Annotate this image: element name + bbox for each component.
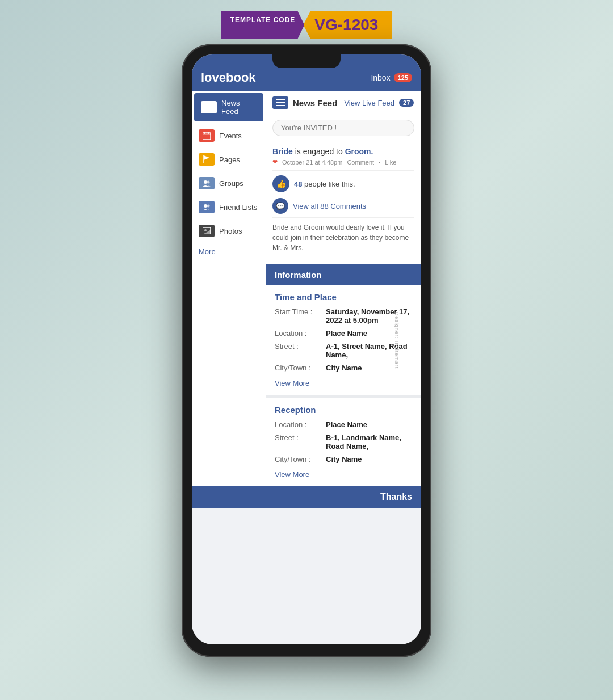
svg-rect-1 <box>204 107 213 108</box>
post-description: Bride and Groom would dearly love it. If… <box>272 217 414 255</box>
reception-location-value: Place Name <box>326 420 412 429</box>
template-code-value: VG-1203 <box>303 11 392 39</box>
template-code-label: TEMPLATE CODE <box>221 11 305 39</box>
reception-street-row: Street : B-1, Landmark Name, Road Name, <box>275 433 412 450</box>
invite-box <box>266 115 421 141</box>
feed-header-icon <box>272 96 288 109</box>
phone-frame: lovebook Inbox 125 News Feed <box>182 44 431 657</box>
city-row: City/Town : City Name <box>275 364 412 372</box>
inbox-area: Inbox 125 <box>371 73 412 82</box>
post-groom: Groom. <box>345 147 373 156</box>
live-count-badge: 27 <box>399 99 414 107</box>
post-comment-action[interactable]: Comment <box>347 159 374 166</box>
events-icon <box>199 129 215 142</box>
post-meta: ❤ October 21 at 4.48pm Comment · Like <box>272 158 414 166</box>
info-header: Information <box>266 264 421 285</box>
start-time-label: Start Time : <box>275 307 326 316</box>
pages-icon <box>199 153 215 166</box>
sidebar: News Feed Events Pages <box>192 91 266 486</box>
feed-header: News Feed View Live Feed 27 <box>266 91 421 115</box>
invite-input[interactable] <box>272 120 414 136</box>
sidebar-item-pages[interactable]: Pages <box>192 147 266 171</box>
svg-rect-0 <box>204 104 213 105</box>
start-time-row: Start Time : Saturday, November 17, 2022… <box>275 307 412 324</box>
app-name: lovebook <box>201 70 256 85</box>
view-all-comments-link[interactable]: View all 88 Comments <box>293 202 366 210</box>
svg-rect-2 <box>204 109 213 111</box>
svg-rect-16 <box>276 99 285 100</box>
post-engaged-text: is engaged to <box>295 147 343 156</box>
location-row: Location : Place Name <box>275 329 412 338</box>
likes-text: people like this. <box>304 180 355 188</box>
comments-row: 💬 View all 88 Comments <box>272 195 414 217</box>
inbox-badge: 125 <box>394 73 412 82</box>
time-place-title: Time and Place <box>275 292 412 302</box>
time-place-view-more[interactable]: View More <box>275 379 309 387</box>
photos-icon <box>199 225 215 237</box>
street-row: Street : A-1, Street Name, Road Name, <box>275 342 412 359</box>
phone-screen: lovebook Inbox 125 News Feed <box>192 54 421 644</box>
watermark: Designer: Invitemart <box>394 311 400 369</box>
sidebar-news-feed-label: News Feed <box>221 99 257 116</box>
reception-city-label: City/Town : <box>275 455 326 463</box>
phone-notch <box>272 54 341 68</box>
reception-location-row: Location : Place Name <box>275 420 412 429</box>
heart-icon: ❤ <box>272 158 278 166</box>
friend-lists-icon <box>199 201 215 213</box>
reception-title: Reception <box>275 405 412 415</box>
thumbs-up-icon: 👍 <box>272 175 289 192</box>
sidebar-item-friend-lists[interactable]: Friend Lists <box>192 195 266 219</box>
more-link[interactable]: More <box>192 243 266 260</box>
svg-point-14 <box>204 229 207 231</box>
city-label: City/Town : <box>275 364 326 372</box>
feed-title: News Feed <box>293 98 337 108</box>
location-label: Location : <box>275 329 326 338</box>
post-like-action[interactable]: Like <box>385 159 396 166</box>
street-label: Street : <box>275 342 326 351</box>
reception-view-more[interactable]: View More <box>275 470 309 479</box>
comment-bubble-icon: 💬 <box>272 198 288 214</box>
sidebar-item-groups[interactable]: Groups <box>192 171 266 195</box>
sidebar-friend-lists-label: Friend Lists <box>219 203 257 212</box>
content-area: News Feed Events Pages <box>192 91 421 486</box>
news-feed-icon <box>201 101 217 113</box>
reception-city-value: City Name <box>326 455 412 463</box>
inbox-label: Inbox <box>371 73 390 82</box>
info-body: Designer: Invitemart Time and Place Star… <box>266 285 421 395</box>
information-section: Information Designer: Invitemart Time an… <box>266 264 421 486</box>
reception-location-label: Location : <box>275 420 326 429</box>
svg-rect-4 <box>203 133 211 135</box>
svg-point-12 <box>207 205 210 208</box>
feed-area: News Feed View Live Feed 27 Bride is eng… <box>266 91 421 486</box>
svg-point-10 <box>207 181 210 184</box>
view-live-feed-link[interactable]: View Live Feed <box>344 99 394 107</box>
reactions-row: 👍 48 people like this. <box>272 170 414 195</box>
sidebar-events-label: Events <box>219 132 242 140</box>
svg-point-11 <box>204 204 207 208</box>
reaction-text: 48 people like this. <box>294 180 355 188</box>
reception-city-row: City/Town : City Name <box>275 455 412 463</box>
footer-label: Thanks <box>380 492 412 501</box>
template-badge: TEMPLATE CODE VG-1203 <box>221 11 392 39</box>
likes-count: 48 <box>294 180 302 188</box>
reception-street-value: B-1, Landmark Name, Road Name, <box>326 433 412 450</box>
sidebar-item-photos[interactable]: Photos <box>192 219 266 243</box>
svg-rect-17 <box>276 102 285 103</box>
reception-street-label: Street : <box>275 433 326 442</box>
sidebar-groups-label: Groups <box>219 179 243 188</box>
sidebar-photos-label: Photos <box>219 227 242 235</box>
sidebar-item-events[interactable]: Events <box>192 124 266 147</box>
svg-marker-7 <box>204 155 209 160</box>
phone-footer: Thanks <box>192 486 421 508</box>
post-date: October 21 at 4.48pm <box>282 159 342 166</box>
post-bride: Bride <box>272 147 293 156</box>
reception-body: Reception Location : Place Name Street :… <box>266 398 421 486</box>
groups-icon <box>199 177 215 189</box>
sidebar-pages-label: Pages <box>219 155 240 164</box>
svg-rect-18 <box>276 105 285 106</box>
post-text: Bride is engaged to Groom. <box>272 147 414 156</box>
svg-marker-15 <box>203 230 211 234</box>
svg-point-9 <box>204 180 207 184</box>
post: Bride is engaged to Groom. ❤ October 21 … <box>266 141 421 261</box>
sidebar-item-news-feed[interactable]: News Feed <box>194 93 263 121</box>
